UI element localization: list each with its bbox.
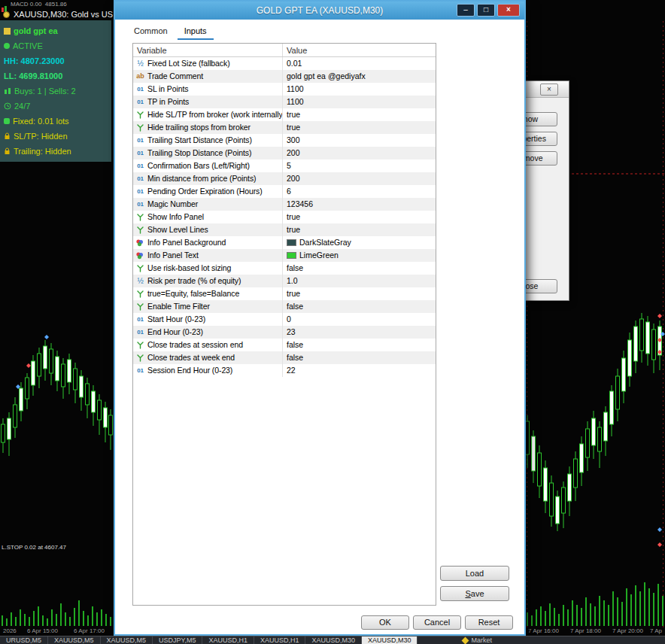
parameter-row[interactable]: 01SL in Points1100 xyxy=(133,83,436,96)
panel-line: gold gpt ea xyxy=(4,23,108,38)
parameter-value[interactable]: 300 xyxy=(283,134,436,147)
chart-tab[interactable]: XAUUSD,H1 xyxy=(254,636,306,644)
parameter-value[interactable]: true xyxy=(283,223,436,236)
parameter-value[interactable]: LimeGreen xyxy=(283,249,436,262)
parameter-row[interactable]: 01Session End Hour (0-23)22 xyxy=(133,364,436,377)
minimize-icon[interactable]: – xyxy=(457,4,475,17)
parameter-row[interactable]: Use risk-based lot sizingfalse xyxy=(133,262,436,275)
candle xyxy=(652,330,656,360)
chart-tab[interactable]: USDJPY,M5 xyxy=(153,636,202,644)
integer-type-icon: 01 xyxy=(135,96,145,108)
parameter-row[interactable]: Info Panel TextLimeGreen xyxy=(133,249,436,262)
parameter-name: Use risk-based lot sizing xyxy=(133,262,283,275)
parameter-row[interactable]: 01TP in Points1100 xyxy=(133,96,436,108)
parameter-value[interactable]: true xyxy=(283,287,436,300)
parameter-row[interactable]: Show Level Linestrue xyxy=(133,223,436,236)
double-type-icon: ½ xyxy=(135,57,145,70)
candle xyxy=(104,408,108,427)
lot-icon xyxy=(4,118,10,124)
parameter-row[interactable]: Hide SL/TP from broker (work internally)… xyxy=(133,108,436,121)
parameter-value[interactable]: true xyxy=(283,211,436,223)
candle xyxy=(38,354,41,376)
parameter-value[interactable]: false xyxy=(283,300,436,313)
parameter-value[interactable]: 200 xyxy=(283,147,436,159)
candle xyxy=(574,459,578,488)
parameter-value[interactable]: 0.01 xyxy=(283,57,436,70)
chart-tab[interactable]: XAUUSD,M30 xyxy=(362,636,418,644)
tab-common[interactable]: Common xyxy=(127,25,175,40)
parameter-value[interactable]: true xyxy=(283,108,436,121)
bool-type-icon xyxy=(135,341,145,349)
parameter-row[interactable]: ½Fixed Lot Size (fallback)0.01 xyxy=(133,57,436,70)
trade-marker xyxy=(657,527,662,532)
parameter-value[interactable]: gold gpt ea @gediyafx xyxy=(283,70,436,83)
parameter-row[interactable]: Info Panel BackgroundDarkSlateGray xyxy=(133,236,436,249)
parameter-row[interactable]: Close trades at session endfalse xyxy=(133,339,436,351)
integer-type-icon: 01 xyxy=(135,364,145,377)
parameter-value[interactable]: 200 xyxy=(283,172,436,185)
parameter-value[interactable]: true xyxy=(283,121,436,134)
parameter-value[interactable]: false xyxy=(283,262,436,275)
load-button[interactable]: Load xyxy=(440,566,509,581)
chart-tab[interactable]: XAUUSD,M5 xyxy=(101,636,153,644)
chart-tab[interactable]: XAUUSD,H1 xyxy=(202,636,254,644)
save-button[interactable]: Save xyxy=(440,586,509,601)
parameter-value[interactable]: 6 xyxy=(283,185,436,198)
cancel-button[interactable]: Cancel xyxy=(413,615,461,630)
chart-tab[interactable]: URUSD,M5 xyxy=(0,636,48,644)
ok-button[interactable]: OK xyxy=(361,615,409,630)
parameter-row[interactable]: 01Pending Order Expiration (Hours)6 xyxy=(133,185,436,198)
parameter-row[interactable]: 01Start Hour (0-23)0 xyxy=(133,313,436,326)
clock-icon xyxy=(4,102,11,110)
parameter-value[interactable]: 22 xyxy=(283,364,436,377)
candle xyxy=(44,346,47,369)
inputs-table-rows: ½Fixed Lot Size (fallback)0.01abTrade Co… xyxy=(133,57,436,377)
parameter-row[interactable]: 01Trailing Stop Distance (Points)200 xyxy=(133,147,436,159)
parameter-value[interactable]: 5 xyxy=(283,159,436,172)
time-label: 2026 xyxy=(3,627,17,634)
parameter-value[interactable]: 1.0 xyxy=(283,275,436,287)
integer-type-icon: 01 xyxy=(135,83,145,96)
trade-marker xyxy=(657,542,662,547)
parameter-value[interactable]: false xyxy=(283,339,436,351)
parameter-row[interactable]: 01Magic Number123456 xyxy=(133,198,436,211)
parameter-row[interactable]: abTrade Commentgold gpt ea @gediyafx xyxy=(133,70,436,83)
parameter-row[interactable]: ½Risk per trade (% of equity)1.0 xyxy=(133,275,436,287)
market-tab[interactable]: Market xyxy=(463,636,492,644)
parameter-value[interactable]: 0 xyxy=(283,313,436,326)
close-icon[interactable]: × xyxy=(497,4,520,17)
parameter-value[interactable]: 1100 xyxy=(283,96,436,108)
parameter-row[interactable]: 01Trailing Start Distance (Points)300 xyxy=(133,134,436,147)
tab-inputs[interactable]: Inputs xyxy=(178,25,214,40)
window-close-icon[interactable]: × xyxy=(540,84,558,96)
parameter-value[interactable]: DarkSlateGray xyxy=(283,236,436,249)
candle xyxy=(526,421,530,454)
ea-info-panel: gold gpt eaACTIVEHH: 4807.23000LL: 4699.… xyxy=(0,20,111,162)
parameter-row[interactable]: 01End Hour (0-23)23 xyxy=(133,326,436,339)
parameter-row[interactable]: Enable Time Filterfalse xyxy=(133,300,436,313)
candle xyxy=(74,369,77,390)
parameter-row[interactable]: true=Equity, false=Balancetrue xyxy=(133,287,436,300)
bool-type-icon xyxy=(135,264,145,272)
parameter-row[interactable]: Show Info Paneltrue xyxy=(133,211,436,223)
reset-button[interactable]: Reset xyxy=(465,615,513,630)
candle xyxy=(2,424,5,442)
dialog-titlebar[interactable]: GOLD GPT EA (XAUUSD,M30) – □ × xyxy=(115,2,524,20)
parameter-value[interactable]: false xyxy=(283,351,436,364)
parameter-value[interactable]: 123456 xyxy=(283,198,436,211)
parameter-row[interactable]: Close trades at week endfalse xyxy=(133,351,436,364)
chart-tab[interactable]: XAUUSD,M5 xyxy=(48,636,101,644)
parameter-value[interactable]: 1100 xyxy=(283,83,436,96)
candle xyxy=(604,412,608,441)
integer-type-icon: 01 xyxy=(135,172,145,185)
parameter-value[interactable]: 23 xyxy=(283,326,436,339)
double-type-icon: ½ xyxy=(135,275,145,287)
color-swatch xyxy=(287,252,296,259)
parameter-row[interactable]: Hide trailing stops from brokertrue xyxy=(133,121,436,134)
maximize-icon[interactable]: □ xyxy=(477,4,495,17)
chart-tab[interactable]: XAUUSD,M30 xyxy=(305,636,362,644)
parameter-row[interactable]: 01Min distance from price (Points)200 xyxy=(133,172,436,185)
parameter-row[interactable]: 01Confirmation Bars (Left/Right)5 xyxy=(133,159,436,172)
inputs-table: Variable Value ½Fixed Lot Size (fallback… xyxy=(132,43,436,606)
integer-type-icon: 01 xyxy=(135,326,145,339)
